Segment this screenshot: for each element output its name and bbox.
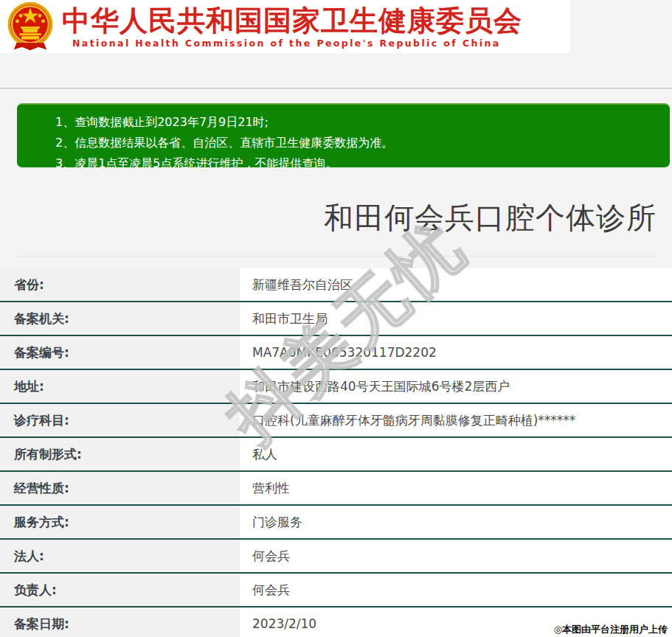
china-national-emblem-icon: [3, 1, 58, 52]
field-label: 地址:: [0, 370, 240, 403]
field-label: 备案日期:: [0, 608, 240, 637]
header-divider: [0, 88, 672, 89]
header-titles: 中华人民共和国国家卫生健康委员会 National Health Commiss…: [62, 5, 522, 49]
site-title-english: National Health Commission of the People…: [72, 38, 522, 49]
field-label: 所有制形式:: [0, 438, 240, 470]
table-row-person-in-charge: 负责人: 何会兵: [0, 574, 672, 608]
table-row-province: 省份: 新疆维吾尔自治区: [0, 268, 672, 302]
notice-line-2: 2、信息数据结果以各省、自治区、直辖市卫生健康委数据为准。: [55, 133, 670, 153]
field-label: 备案编号:: [0, 336, 240, 369]
site-title-chinese: 中华人民共和国国家卫生健康委员会: [62, 5, 522, 36]
record-table: 省份: 新疆维吾尔自治区 备案机关: 和田市卫生局 备案编号: MA7A0MKE…: [0, 268, 672, 637]
field-label: 服务方式:: [0, 506, 240, 538]
field-value: 口腔科(儿童麻醉牙体牙髓病牙周黏膜修复正畸种植)******: [240, 404, 672, 436]
field-label: 诊疗科目:: [0, 404, 240, 436]
site-header: 中华人民共和国国家卫生健康委员会 National Health Commiss…: [0, 0, 570, 53]
field-value: 何会兵: [240, 540, 672, 572]
header-band: 中华人民共和国国家卫生健康委员会 National Health Commiss…: [0, 0, 672, 53]
field-label: 法人:: [0, 540, 240, 572]
table-row-address: 地址: 和田市建设西路40号天王国际城6号楼2层西户: [0, 370, 672, 404]
field-value: 私人: [240, 438, 672, 470]
field-value: 和田市卫生局: [240, 302, 672, 335]
table-row-legal-person: 法人: 何会兵: [0, 540, 672, 574]
table-row-clinical-departments: 诊疗科目: 口腔科(儿童麻醉牙体牙髓病牙周黏膜修复正畸种植)******: [0, 404, 672, 438]
table-row-ownership-form: 所有制形式: 私人: [0, 438, 672, 472]
table-row-filing-number: 备案编号: MA7A0MKE065320117D2202: [0, 336, 672, 370]
table-top-divider: [17, 256, 657, 257]
field-value: 和田市建设西路40号天王国际城6号楼2层西户: [240, 370, 672, 403]
page: 中华人民共和国国家卫生健康委员会 National Health Commiss…: [0, 0, 672, 637]
field-value: 营利性: [240, 472, 672, 504]
field-label: 经营性质:: [0, 472, 240, 504]
notice-line-3: 3、凌晨1点至凌晨5点系统进行维护，不能提供查询。: [55, 153, 670, 174]
field-value: 何会兵: [240, 574, 672, 606]
table-row-filing-authority: 备案机关: 和田市卫生局: [0, 302, 672, 336]
table-row-service-mode: 服务方式: 门诊服务: [0, 506, 672, 540]
field-label: 省份:: [0, 268, 240, 301]
field-value: 新疆维吾尔自治区: [240, 268, 672, 301]
field-label: 负责人:: [0, 574, 240, 606]
field-label: 备案机关:: [0, 302, 240, 335]
field-value: MA7A0MKE065320117D2202: [240, 336, 672, 369]
field-value: 门诊服务: [240, 506, 672, 538]
upload-attribution-note: ◎本图由平台注册用户上传: [554, 623, 668, 636]
clinic-name-title: 和田何会兵口腔个体诊所: [0, 198, 657, 238]
notice-line-1: 1、查询数据截止到2023年7月9日21时;: [55, 112, 670, 133]
table-row-business-nature: 经营性质: 营利性: [0, 472, 672, 506]
notice-box: 1、查询数据截止到2023年7月9日21时; 2、信息数据结果以各省、自治区、直…: [17, 103, 670, 167]
